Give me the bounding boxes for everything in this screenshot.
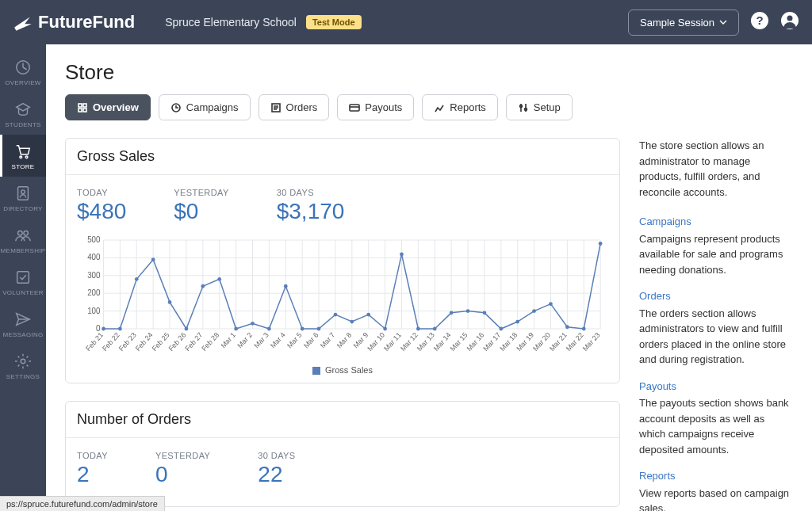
svg-text:Mar 4: Mar 4 [269,331,287,350]
svg-text:Mar 7: Mar 7 [319,331,337,350]
svg-point-122 [532,309,536,313]
help-icon[interactable]: ? [750,11,769,33]
tab-campaigns[interactable]: Campaigns [159,94,251,120]
info-link-reports[interactable]: Reports [639,468,793,484]
svg-text:Mar 1: Mar 1 [220,331,238,350]
svg-rect-19 [350,105,359,111]
svg-point-97 [118,327,122,331]
svg-text:Mar 5: Mar 5 [285,331,304,350]
svg-text:Feb 27: Feb 27 [183,331,204,353]
svg-point-118 [466,309,470,313]
brand-text: FutureFund [38,12,135,32]
volunteer-icon [14,269,32,286]
info-link-orders[interactable]: Orders [639,288,793,304]
chart-legend: Gross Sales [77,365,608,375]
stat-orders-yesterday: YESTERDAY 0 [155,451,210,487]
info-link-payouts[interactable]: Payouts [639,379,793,395]
svg-text:Mar 2: Mar 2 [236,331,254,350]
school-name: Spruce Elementary School [165,16,297,29]
info-panel: The store section allows an administrato… [639,138,793,511]
svg-text:Mar 14: Mar 14 [432,331,453,353]
svg-rect-11 [17,272,29,284]
nav-item-settings[interactable]: SETTINGS [0,345,46,387]
tab-setup[interactable]: Setup [506,94,573,120]
stat-yesterday: YESTERDAY $0 [174,188,228,224]
svg-point-108 [301,327,304,331]
svg-point-5 [20,156,22,158]
svg-point-6 [25,156,28,158]
card-title-gross-sales: Gross Sales [66,139,619,175]
svg-rect-14 [83,104,86,107]
svg-text:Feb 21: Feb 21 [84,331,105,353]
svg-point-121 [515,320,519,324]
test-mode-badge: Test Mode [306,15,362,29]
svg-text:Mar 22: Mar 22 [565,331,585,353]
svg-text:Mar 17: Mar 17 [481,331,502,353]
svg-point-106 [267,327,271,331]
settings-icon [14,353,32,370]
svg-point-125 [582,327,586,331]
svg-text:300: 300 [87,271,101,280]
svg-text:Mar 11: Mar 11 [382,331,403,353]
svg-text:500: 500 [87,235,101,244]
svg-point-109 [317,327,321,331]
setup-tab-icon [518,102,529,113]
svg-text:Feb 23: Feb 23 [117,331,138,353]
gross-sales-chart: 0100200300400500Feb 21Feb 22Feb 23Feb 24… [77,235,608,362]
nav-item-students[interactable]: STUDENTS [0,93,46,135]
svg-text:Mar 19: Mar 19 [515,331,535,353]
directory-icon [14,185,32,202]
svg-text:100: 100 [87,307,101,315]
svg-text:Mar 12: Mar 12 [399,331,419,353]
svg-point-104 [234,327,238,331]
stat-thirty: 30 DAYS $3,170 [277,188,345,224]
svg-point-98 [135,277,139,281]
user-avatar-icon[interactable] [780,11,799,33]
tab-orders[interactable]: Orders [259,94,330,120]
svg-point-9 [18,231,22,236]
svg-point-12 [21,359,25,364]
svg-point-113 [383,327,387,331]
tab-overview[interactable]: Overview [65,94,151,120]
svg-point-115 [416,327,420,331]
tab-reports[interactable]: Reports [422,94,498,120]
nav-item-overview[interactable]: OVERVIEW [0,51,46,93]
svg-text:?: ? [756,13,763,27]
svg-text:Mar 8: Mar 8 [335,331,354,350]
svg-text:Mar 18: Mar 18 [498,331,519,353]
nav-item-volunteer[interactable]: VOLUNTEER [0,261,46,303]
svg-text:400: 400 [87,253,101,261]
svg-rect-15 [79,109,82,112]
svg-point-119 [483,311,487,315]
info-block-reports: ReportsView reports based on campaign sa… [639,468,793,511]
info-link-campaigns[interactable]: Campaigns [639,214,793,230]
legend-swatch-icon [312,367,320,375]
svg-text:Mar 15: Mar 15 [449,331,469,353]
session-dropdown[interactable]: Sample Session [628,10,739,36]
svg-text:Feb 24: Feb 24 [134,331,155,353]
overview-icon [14,59,32,76]
svg-point-96 [102,327,105,331]
messaging-icon [14,311,32,328]
info-block-orders: OrdersThe orders section allows administ… [639,288,793,368]
nav-item-membership[interactable]: MEMBERSHIP [0,219,46,261]
svg-text:Feb 25: Feb 25 [151,331,171,353]
brand-logo[interactable]: FutureFund [13,12,135,32]
store-icon [14,143,32,160]
nav-item-store[interactable]: STORE [0,135,46,177]
orders-card: Number of Orders TODAY 2 YESTERDAY 0 [65,401,620,507]
nav-item-messaging[interactable]: MESSAGING [0,303,46,345]
nav-item-directory[interactable]: DIRECTORY [0,177,46,219]
svg-text:Feb 28: Feb 28 [200,331,220,353]
session-label: Sample Session [640,17,714,29]
svg-text:Mar 23: Mar 23 [581,331,602,353]
svg-point-102 [201,284,205,288]
status-bar: ps://spruce.futurefund.com/admin/store [0,496,165,511]
svg-text:Mar 16: Mar 16 [465,331,486,353]
topbar: FutureFund Spruce Elementary School Test… [0,0,812,44]
reports-tab-icon [434,102,445,113]
tab-payouts[interactable]: Payouts [337,94,414,120]
side-nav: OVERVIEWSTUDENTSSTOREDIRECTORYMEMBERSHIP… [0,44,46,511]
svg-rect-13 [79,104,82,107]
svg-point-3 [787,16,793,21]
